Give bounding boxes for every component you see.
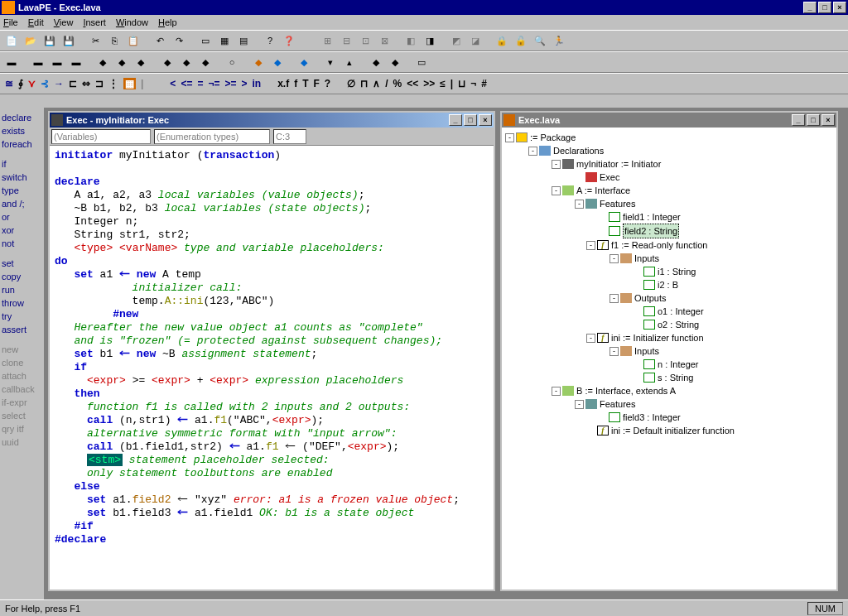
t2-e[interactable]: ◆ [94,54,111,70]
t2-m[interactable]: ◆ [269,54,286,70]
editor-min[interactable]: _ [449,114,462,126]
op2-1[interactable]: <= [181,78,192,89]
t2-n[interactable]: ◆ [296,54,312,70]
tb-copy[interactable]: ⎘ [106,32,123,49]
t2-f[interactable]: ◆ [113,54,130,70]
op-3[interactable]: ⊰ [41,78,49,89]
kw-switch[interactable]: switch [2,171,42,184]
tb-d7[interactable]: ◩ [448,32,465,49]
op-6[interactable]: ⇔ [82,78,90,89]
menu-window[interactable]: Window [116,17,148,27]
op2-8[interactable]: f [294,78,297,89]
t2-h[interactable]: ◆ [159,54,176,70]
kw-copy[interactable]: copy [2,270,42,283]
menu-file[interactable]: File [3,17,18,27]
minimize-button[interactable]: _ [803,2,817,13]
op2-13[interactable]: ∅ [347,78,355,89]
op2-7[interactable]: x.f [277,78,289,89]
t2-d[interactable]: ▬ [68,54,84,70]
kw-type[interactable]: type [2,184,42,197]
tb-saveall[interactable]: 💾 [60,32,77,49]
combo-enums[interactable]: (Enumeration types) [154,129,270,144]
tb-new[interactable]: 📄 [3,32,20,49]
tree-selected[interactable]: field2 : String [623,224,679,238]
kw-if[interactable]: if [2,157,42,171]
tb-lock2[interactable]: 🔓 [513,32,529,49]
op2-15[interactable]: ∧ [373,78,380,89]
tb-paste[interactable]: 📋 [125,32,142,49]
tb-lock1[interactable]: 🔒 [494,32,510,49]
tb-a[interactable]: ▭ [197,32,214,49]
kw-run[interactable]: run [2,283,42,296]
op2-11[interactable]: ? [325,78,330,89]
op-7[interactable]: ⊐ [95,78,104,89]
tw[interactable]: - [505,133,514,142]
op2-21[interactable]: | [450,78,453,89]
t2-s[interactable]: ▭ [413,54,430,70]
t2-k[interactable]: ○ [224,54,240,70]
op2-17[interactable]: % [393,78,402,89]
tb-d4[interactable]: ⊠ [376,32,393,49]
tb-help[interactable]: ? [262,32,278,49]
tree-max[interactable]: □ [807,114,820,126]
combo-c3[interactable]: C:3 [273,129,306,144]
op-0[interactable]: ≅ [5,78,13,89]
tb-search[interactable]: 🔍 [532,32,548,49]
op2-16[interactable]: / [385,78,388,89]
tb-undo[interactable]: ↶ [152,32,168,49]
op2-22[interactable]: ⊔ [458,78,465,89]
editor-close[interactable]: × [479,114,492,126]
tb-d6[interactable]: ◨ [422,32,438,49]
kw-declare[interactable]: declare [2,111,42,124]
tb-d3[interactable]: ⊡ [357,32,373,49]
t2-l[interactable]: ◆ [250,54,267,70]
t2-r[interactable]: ◆ [387,54,403,70]
t2-j[interactable]: ◆ [197,54,214,70]
combo-variables[interactable]: (Variables) [51,129,151,144]
t2-a[interactable]: ▬ [3,54,20,70]
op2-2[interactable]: = [197,78,203,89]
kw-not[interactable]: not [2,237,42,250]
kw-exists[interactable]: exists [2,124,42,137]
tb-whatsthis[interactable]: ❓ [281,32,297,49]
t2-o[interactable]: ▾ [322,54,339,70]
op2-0[interactable]: < [170,78,176,89]
op2-10[interactable]: F [313,78,319,89]
op2-20[interactable]: ≤ [440,78,446,89]
op-1[interactable]: ∮ [18,78,23,89]
op-4[interactable]: → [54,78,64,89]
kw-or[interactable]: or [2,210,42,224]
kw-assert[interactable]: assert [2,323,42,336]
t2-p[interactable]: ▴ [341,54,358,70]
menu-help[interactable]: Help [158,17,177,27]
kw-foreach[interactable]: foreach [2,137,42,151]
tree-titlebar[interactable]: Exec.lava _ □ × [502,113,836,128]
op2-5[interactable]: > [241,78,247,89]
t2-g[interactable]: ◆ [132,54,149,70]
op2-23[interactable]: ¬ [470,78,476,89]
code-area[interactable]: initiator myInitiator (transaction) decl… [50,146,494,550]
kw-try[interactable]: try [2,310,42,323]
tree-min[interactable]: _ [792,114,805,126]
editor-body[interactable]: initiator myInitiator (transaction) decl… [50,146,494,590]
tb-d1[interactable]: ⊞ [319,32,335,49]
op-9[interactable]: ▦ [123,78,136,89]
op2-24[interactable]: # [481,78,487,89]
kw-xor[interactable]: xor [2,224,42,237]
menu-view[interactable]: View [54,17,74,27]
close-button[interactable]: × [833,2,846,13]
maximize-button[interactable]: □ [818,2,831,13]
t2-i[interactable]: ◆ [178,54,195,70]
kw-and[interactable]: and /; [2,197,42,210]
op-5[interactable]: ⊏ [69,78,77,89]
kw-throw[interactable]: throw [2,296,42,310]
menu-insert[interactable]: Insert [83,17,106,27]
tree-body[interactable]: - := Package -Declarations -myInitiator … [502,128,836,590]
tb-open[interactable]: 📂 [22,32,39,49]
tree-close[interactable]: × [822,114,835,126]
tb-b[interactable]: ▦ [216,32,233,49]
tb-cut[interactable]: ✂ [87,32,104,49]
editor-max[interactable]: □ [464,114,477,126]
op2-3[interactable]: ¬= [208,78,219,89]
op2-14[interactable]: ⊓ [360,78,368,89]
